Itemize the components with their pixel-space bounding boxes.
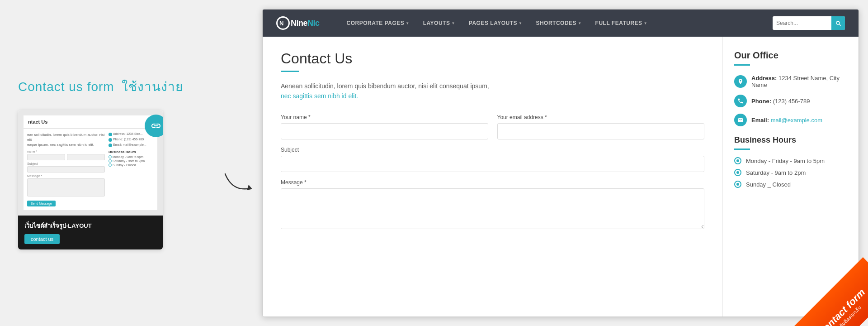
hours-underline: [734, 149, 750, 150]
message-group: Message *: [281, 179, 704, 231]
preview-teal-badge: [145, 115, 163, 137]
phone-dot-icon: [108, 138, 112, 142]
content-area: Contact Us Aenean sollicitudin, lorem qu…: [263, 37, 859, 316]
message-textarea[interactable]: [281, 188, 704, 229]
hours-mon-fri: Monday - Friday - 9am to 5pm: [734, 157, 847, 164]
intro-highlight: nec sagittis sem nibh id elit.: [281, 92, 358, 100]
hours-circle-1: [734, 157, 741, 164]
browser-mockup: N NineNic CORPORATE PAGES ▼ LAYOUTS ▼ PA…: [262, 9, 859, 317]
preview-hours-sun: Sunday - Closed: [108, 163, 154, 167]
office-underline: [734, 64, 750, 66]
preview-bottom: เว็บไซต์สำเร็จรูป-LAYOUT contact us: [18, 216, 163, 249]
logo-icon: N: [276, 16, 290, 30]
nav-full-features[interactable]: FULL FEATURES ▼: [595, 20, 647, 26]
preview-send-btn[interactable]: Send Message: [27, 201, 56, 206]
caret-icon-5: ▼: [644, 21, 647, 25]
address-icon: [734, 75, 747, 88]
preview-text: ean sollicitudin, lorem quis bibendum au…: [27, 132, 105, 148]
nav-bar: N NineNic CORPORATE PAGES ▼ LAYOUTS ▼ PA…: [263, 10, 859, 37]
main-title: Contact us form ใช้งานง่าย: [18, 77, 199, 96]
sidebar: Our Office Address: 1234 Street Name, Ci…: [723, 37, 859, 316]
svg-text:N: N: [279, 20, 283, 27]
address-dot-icon: [108, 133, 112, 136]
nav-corporate-pages[interactable]: CORPORATE PAGES ▼: [347, 20, 410, 26]
caret-icon-2: ▼: [451, 21, 455, 25]
email-label: Your email address *: [497, 114, 705, 120]
nav-pages-layouts[interactable]: PAGES LAYOUTS ▼: [469, 20, 523, 26]
message-label: Message *: [281, 179, 704, 186]
address-text: Address: 1234 Street Name, City Name: [751, 75, 847, 88]
subject-group: Subject: [281, 147, 704, 172]
search-box: [773, 16, 845, 30]
email-item: Email: mail@example.com: [734, 114, 847, 126]
search-icon: [835, 20, 841, 26]
email-svg-icon: [737, 117, 744, 123]
email-dot-icon: [108, 144, 112, 147]
nav-items: CORPORATE PAGES ▼ LAYOUTS ▼ PAGES LAYOUT…: [347, 20, 773, 26]
left-section: Contact us form ใช้งานง่าย ntact Us ean …: [0, 63, 217, 264]
hours-title: Business Hours: [734, 135, 847, 145]
subject-input[interactable]: [281, 156, 704, 172]
hours-circle-icon-2: [108, 159, 112, 163]
hours-circle-3: [734, 181, 741, 188]
hours-dot-2: [736, 171, 739, 174]
name-email-row: Your name * Your email address *: [281, 114, 704, 139]
page-title: Contact Us: [281, 50, 704, 67]
subject-label: Subject: [281, 147, 704, 153]
preview-email: Email: mail@example...: [108, 143, 154, 147]
office-title: Our Office: [734, 50, 847, 61]
search-button[interactable]: [831, 16, 845, 30]
caret-icon-4: ▼: [578, 21, 581, 25]
hours-circle-2: [734, 169, 741, 176]
name-group: Your name *: [281, 114, 488, 139]
hours-circle-icon: [108, 155, 112, 158]
hours-dot-3: [736, 183, 739, 186]
logo: N NineNic: [276, 16, 320, 30]
email-group: Your email address *: [497, 114, 705, 139]
hours-dot-1: [736, 159, 739, 162]
svg-marker-0: [247, 185, 252, 190]
preview-message-label: Message *: [27, 174, 105, 177]
name-label: Your name *: [281, 114, 488, 120]
hours-circle-icon-3: [108, 163, 112, 167]
preview-hours-title: Business Hours: [108, 150, 154, 154]
preview-hours-sat: Saturday - 9am to 2pm: [108, 159, 154, 163]
caret-icon: ▼: [406, 21, 409, 25]
name-input[interactable]: [281, 123, 488, 139]
preview-name-label: name *: [27, 150, 105, 153]
hours-saturday: Saturday - 9am to 2pm: [734, 169, 847, 176]
email-icon: [734, 114, 747, 126]
map-pin-icon: [737, 78, 744, 85]
preview-subject-label: Subject: [27, 162, 105, 165]
preview-card: ntact Us ean sollicitudin, lorem quis bi…: [18, 110, 163, 250]
preview-contact-btn[interactable]: contact us: [24, 234, 60, 244]
preview-bottom-title: เว็บไซต์สำเร็จรูป-LAYOUT: [24, 221, 156, 230]
phone-icon: [734, 95, 747, 107]
address-item: Address: 1234 Street Name, City Name: [734, 75, 847, 88]
phone-svg-icon: [737, 98, 744, 104]
arrow-container: [217, 127, 262, 199]
preview-subject-field: [27, 166, 105, 173]
phone-text: Phone: (123) 456-789: [751, 98, 810, 105]
link-icon: [151, 120, 161, 131]
title-underline: [281, 71, 299, 72]
preview-field-row-1: [27, 154, 105, 160]
nav-shortcodes[interactable]: SHORTCODES ▼: [536, 20, 581, 26]
preview-form-side: ean sollicitudin, lorem quis bibendum au…: [27, 132, 105, 207]
preview-info-side: Address: 1234 Stre... Phone: (123) 456-7…: [108, 132, 154, 207]
preview-hours-mon: Monday - 9am to 5pm: [108, 155, 154, 158]
preview-header: ntact Us: [24, 115, 157, 129]
email-text: Email: mail@example.com: [751, 117, 822, 124]
arrow-icon: [222, 163, 258, 199]
hours-sunday: Sunday _ Closed: [734, 181, 847, 188]
logo-n-icon: N: [279, 19, 287, 27]
nav-layouts[interactable]: LAYOUTS ▼: [423, 20, 455, 26]
email-link[interactable]: mail@example.com: [771, 117, 822, 124]
preview-textarea: [27, 178, 105, 197]
preview-phone: Phone: (123) 456-789: [108, 138, 154, 142]
intro-text: Aenean sollicitudin, lorem quis bibendum…: [281, 81, 704, 101]
email-input[interactable]: [497, 123, 705, 139]
phone-item: Phone: (123) 456-789: [734, 95, 847, 107]
preview-inner: ntact Us ean sollicitudin, lorem quis bi…: [18, 110, 163, 216]
search-input[interactable]: [773, 20, 831, 26]
